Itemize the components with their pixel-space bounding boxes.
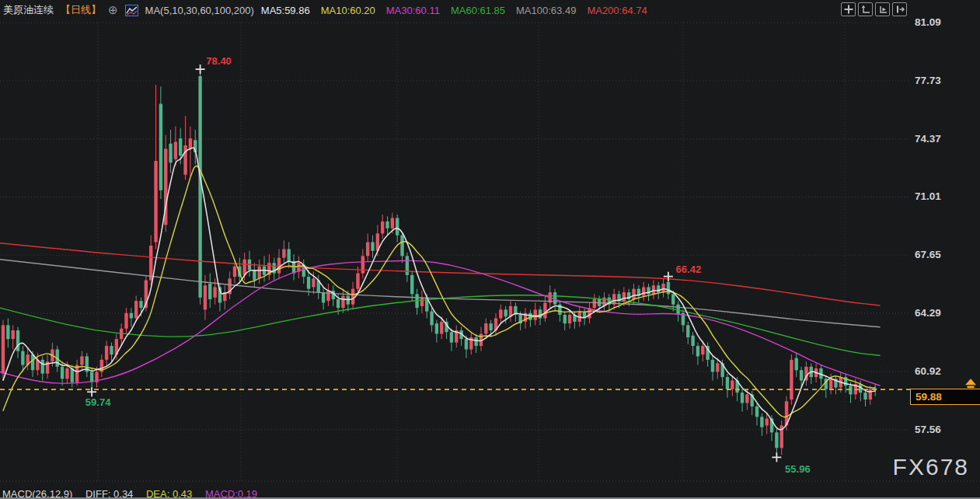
ma-value-2: MA10:60.20 — [321, 5, 375, 16]
kline-chart-icon[interactable] — [125, 5, 138, 16]
ma-value-1: MA5:59.86 — [261, 5, 310, 16]
ma-values-row: MA5:59.86MA10:60.20MA30:60.11MA60:61.85M… — [261, 5, 647, 16]
price-axis-tick: 71.01 — [915, 190, 972, 202]
playback-icon — [878, 5, 888, 14]
price-axis-tick: 60.92 — [915, 365, 972, 377]
low-price-label: 59.74 — [85, 396, 111, 408]
timeframe-label[interactable]: 【日线】 — [61, 3, 101, 17]
price-axis-tick: 67.65 — [915, 249, 972, 260]
ma-value-6: MA200:64.74 — [587, 5, 647, 16]
add-overlay-icon[interactable]: ⊕ — [108, 5, 118, 16]
high-price-label: 66.42 — [676, 263, 702, 274]
pan-crosshair-icon — [844, 5, 853, 14]
chart-window: 美原油连续 【日线】 ⊕ MA(5,10,30,60,100,200) MA5:… — [0, 0, 980, 499]
price-axis-tick: 74.37 — [915, 133, 972, 145]
price-axis-tick: 77.73 — [915, 75, 972, 86]
low-price-label: 55.96 — [785, 463, 811, 475]
chart-toolbar — [841, 2, 907, 16]
fx678-watermark: FX678 — [893, 454, 969, 480]
candlestick-chart-canvas[interactable] — [0, 0, 980, 499]
ma-value-5: MA100:63.49 — [516, 5, 576, 16]
symbol-name: 美原油连续 — [3, 3, 54, 17]
price-axis-tick: 57.56 — [915, 424, 972, 435]
ma-settings-label[interactable]: MA(5,10,30,60,100,200) — [145, 5, 254, 16]
playback-button[interactable] — [875, 2, 890, 16]
goto-latest-button[interactable] — [892, 2, 907, 16]
pan-crosshair-button[interactable] — [841, 2, 856, 16]
high-price-label: 78.40 — [206, 55, 232, 67]
ma-value-3: MA30:60.11 — [386, 5, 440, 16]
axis-scale-icon — [861, 5, 870, 14]
goto-latest-icon — [895, 5, 905, 14]
axis-scale-button[interactable] — [858, 2, 873, 16]
chart-header: 美原油连续 【日线】 ⊕ MA(5,10,30,60,100,200) MA5:… — [3, 2, 647, 18]
current-price-box: 59.88 — [910, 389, 980, 405]
price-axis-tick: 64.29 — [915, 307, 972, 319]
ma-value-4: MA60:61.85 — [451, 5, 505, 16]
price-axis-tick: 81.09 — [915, 16, 972, 28]
